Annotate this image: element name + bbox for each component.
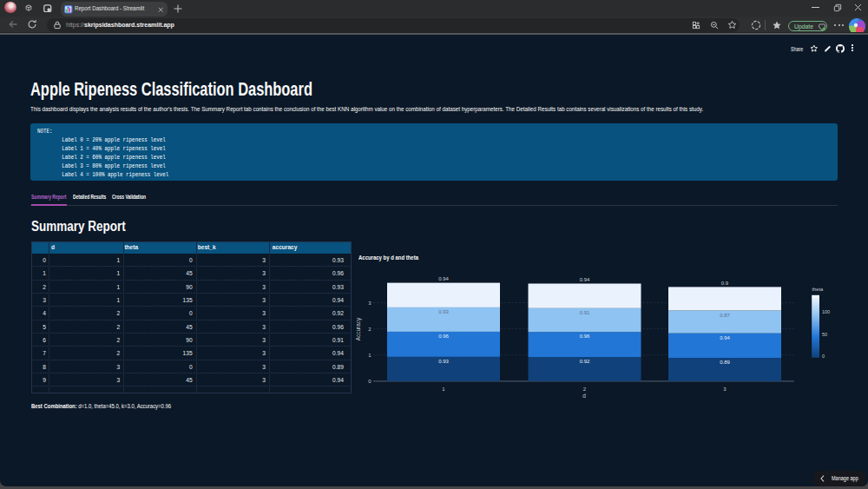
svg-text:theta: theta <box>812 287 824 292</box>
svg-text:0.91: 0.91 <box>580 310 590 315</box>
svg-text:0.87: 0.87 <box>720 313 730 318</box>
svg-text:d: d <box>582 393 586 399</box>
svg-text:100: 100 <box>822 309 830 314</box>
svg-text:0: 0 <box>368 379 372 384</box>
svg-text:0.94: 0.94 <box>438 276 449 281</box>
svg-text:3: 3 <box>723 387 727 392</box>
svg-text:0.96: 0.96 <box>580 334 590 339</box>
svg-text:3: 3 <box>368 301 372 306</box>
svg-text:50: 50 <box>822 332 827 337</box>
svg-text:0.9: 0.9 <box>721 281 729 286</box>
svg-text:2: 2 <box>368 327 372 332</box>
svg-text:0.96: 0.96 <box>438 334 449 339</box>
svg-text:0.93: 0.93 <box>438 309 449 314</box>
svg-text:0.94: 0.94 <box>580 277 590 282</box>
svg-text:2: 2 <box>583 387 587 392</box>
svg-text:0.93: 0.93 <box>438 359 449 364</box>
svg-text:0.89: 0.89 <box>720 360 730 365</box>
svg-text:0.94: 0.94 <box>720 335 730 340</box>
svg-text:1: 1 <box>368 353 372 358</box>
svg-text:Accuracy by d and theta: Accuracy by d and theta <box>358 254 418 261</box>
svg-text:0.92: 0.92 <box>580 359 590 364</box>
svg-text:0: 0 <box>822 354 825 359</box>
svg-text:1: 1 <box>442 387 445 392</box>
svg-text:Accuracy: Accuracy <box>355 317 362 340</box>
